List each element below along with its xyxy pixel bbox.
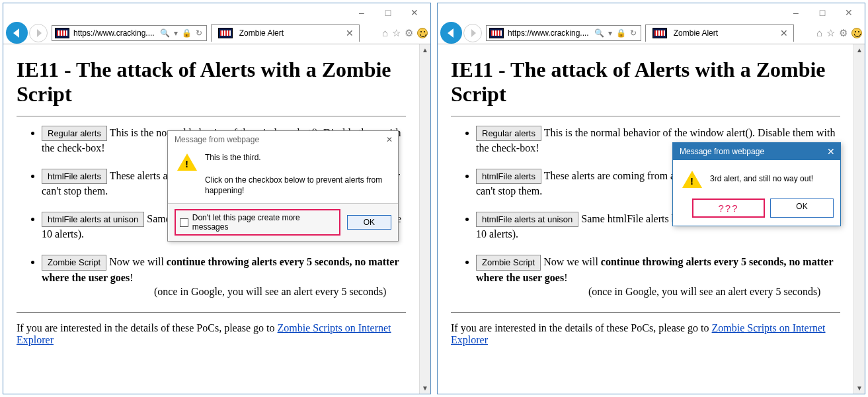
- dialog-title: Message from webpage: [175, 135, 259, 144]
- footer-text: If you are interested in the details of …: [17, 322, 406, 346]
- footer-text: If you are interested in the details of …: [451, 322, 840, 346]
- dialog-message: 3rd alert, and still no way out!: [710, 174, 813, 183]
- browser-window-right: – □ ✕ https://www.cracking.... 🔍 ▾ 🔒 ↻ Z…: [437, 3, 865, 394]
- content-area: IE11 - The attack of Alerts with a Zombi…: [3, 44, 430, 394]
- window-close[interactable]: ✕: [836, 5, 862, 21]
- dialog-close-icon[interactable]: ✕: [386, 135, 393, 144]
- dropdown-icon[interactable]: ▾: [608, 29, 612, 37]
- refresh-icon[interactable]: ↻: [196, 29, 202, 37]
- search-icon[interactable]: 🔍: [160, 29, 170, 37]
- address-bar[interactable]: https://www.cracking.... 🔍 ▾ 🔒 ↻: [52, 25, 207, 41]
- vertical-scrollbar[interactable]: ▲ ▼: [853, 44, 865, 394]
- window-minimize[interactable]: –: [783, 5, 809, 21]
- feedback-icon[interactable]: [417, 28, 428, 38]
- browser-window-left: – □ ✕ https://www.cracking.... 🔍 ▾ 🔒 ↻ Z…: [3, 3, 431, 394]
- home-icon[interactable]: ⌂: [382, 27, 388, 38]
- window-maximize[interactable]: □: [375, 5, 401, 21]
- zombie-script-button[interactable]: Zombie Script: [476, 255, 541, 271]
- scroll-up-icon[interactable]: ▲: [854, 44, 865, 56]
- htmlfile-alerts-button[interactable]: htmlFile alerts: [476, 169, 541, 185]
- dialog-ok-button[interactable]: OK: [770, 198, 834, 218]
- alert-dialog-classic: Message from webpage ✕ This is the third…: [167, 130, 399, 242]
- window-titlebar: – □ ✕: [3, 3, 430, 22]
- list-item: Zombie Script Now we will continue throw…: [42, 255, 406, 299]
- regular-alerts-button[interactable]: Regular alerts: [476, 126, 541, 142]
- url-text: https://www.cracking....: [506, 28, 590, 38]
- tab-title: Zombie Alert: [674, 28, 718, 38]
- site-icon: [489, 28, 504, 38]
- scroll-down-icon[interactable]: ▼: [854, 382, 865, 394]
- suppress-checkbox-highlight: Don't let this page create more messages: [175, 209, 340, 236]
- page-title: IE11 - The attack of Alerts with a Zombi…: [17, 58, 406, 107]
- tab-close-button[interactable]: ✕: [779, 28, 789, 38]
- suppress-checkbox[interactable]: [180, 218, 188, 227]
- list-item: Zombie Script Now we will continue throw…: [476, 255, 840, 299]
- window-titlebar: – □ ✕: [438, 3, 865, 22]
- item-note: (once in Google, you will see an alert e…: [588, 285, 820, 299]
- site-icon: [55, 28, 69, 38]
- warning-icon: [177, 154, 197, 171]
- tab-close-button[interactable]: ✕: [344, 28, 355, 38]
- item-note: (once in Google, you will see an alert e…: [154, 285, 386, 299]
- favorites-icon[interactable]: ☆: [392, 27, 401, 39]
- lock-icon: 🔒: [182, 29, 192, 37]
- content-area: IE11 - The attack of Alerts with a Zombi…: [438, 44, 865, 394]
- scroll-up-icon[interactable]: ▲: [420, 44, 430, 56]
- item-text: Now we will: [541, 256, 601, 267]
- page-title: IE11 - The attack of Alerts with a Zombi…: [451, 58, 840, 107]
- favorites-icon[interactable]: ☆: [826, 27, 835, 39]
- search-icon[interactable]: 🔍: [594, 29, 604, 37]
- home-icon[interactable]: ⌂: [816, 27, 822, 38]
- tools-icon[interactable]: ⚙: [839, 27, 848, 39]
- nav-back-button[interactable]: [6, 22, 28, 44]
- nav-back-button[interactable]: [440, 22, 462, 44]
- dialog-close-icon[interactable]: ✕: [827, 146, 835, 157]
- htmlfile-unison-button[interactable]: htmlFile alerts at unison: [476, 212, 578, 228]
- item-text: !: [564, 272, 567, 283]
- browser-chrome: https://www.cracking.... 🔍 ▾ 🔒 ↻ Zombie …: [3, 22, 430, 44]
- tools-icon[interactable]: ⚙: [405, 27, 413, 39]
- browser-chrome: https://www.cracking.... 🔍 ▾ 🔒 ↻ Zombie …: [438, 22, 865, 44]
- dropdown-icon[interactable]: ▾: [174, 29, 178, 37]
- missing-checkbox-highlight: ???: [692, 198, 765, 218]
- dialog-title: Message from webpage: [680, 147, 764, 156]
- url-text: https://www.cracking....: [72, 28, 156, 38]
- nav-forward-button[interactable]: [463, 24, 482, 42]
- refresh-icon[interactable]: ↻: [630, 29, 637, 37]
- warning-icon: [682, 171, 702, 188]
- browser-tab[interactable]: Zombie Alert ✕: [645, 24, 794, 42]
- browser-tab[interactable]: Zombie Alert ✕: [211, 24, 360, 42]
- address-bar[interactable]: https://www.cracking.... 🔍 ▾ 🔒 ↻: [486, 25, 641, 41]
- nav-forward-button[interactable]: [29, 24, 48, 42]
- tab-icon: [652, 28, 667, 38]
- window-minimize[interactable]: –: [348, 5, 375, 21]
- htmlfile-unison-button[interactable]: htmlFile alerts at unison: [42, 212, 144, 228]
- window-close[interactable]: ✕: [401, 5, 428, 21]
- item-text: !: [130, 272, 133, 283]
- tab-title: Zombie Alert: [239, 28, 284, 38]
- zombie-script-button[interactable]: Zombie Script: [42, 255, 106, 271]
- feedback-icon[interactable]: [851, 28, 862, 38]
- dialog-message: This is the third. Click on the checkbox…: [205, 152, 389, 197]
- suppress-label: Don't let this page create more messages: [192, 213, 335, 232]
- window-maximize[interactable]: □: [809, 5, 836, 21]
- tab-icon: [218, 28, 233, 38]
- lock-icon: 🔒: [616, 29, 626, 37]
- alert-dialog-modern: Message from webpage ✕ 3rd alert, and st…: [672, 142, 841, 226]
- scroll-down-icon[interactable]: ▼: [420, 382, 430, 394]
- item-text: Now we will: [106, 256, 167, 267]
- dialog-ok-button[interactable]: OK: [347, 215, 391, 230]
- regular-alerts-button[interactable]: Regular alerts: [42, 126, 107, 142]
- htmlfile-alerts-button[interactable]: htmlFile alerts: [42, 169, 107, 185]
- vertical-scrollbar[interactable]: ▲ ▼: [419, 44, 430, 394]
